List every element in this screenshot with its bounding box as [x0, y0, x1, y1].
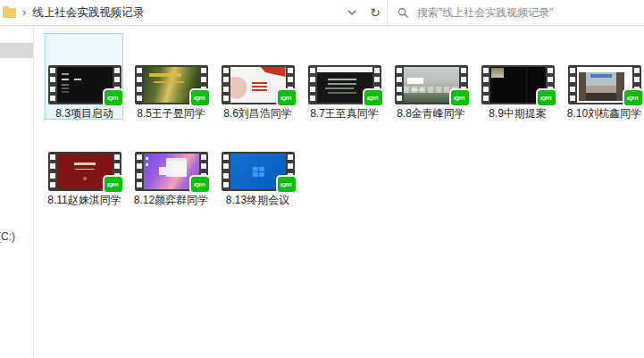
file-item-8-6[interactable]: iQIYI 8.6刘昌浩同学	[214, 33, 301, 120]
file-grid: iQIYI 8.3项目启动 iQIYI 8.5王子昱同学 iQIYI	[41, 33, 644, 206]
file-name: 8.9中期提案	[474, 107, 561, 120]
iqiyi-icon: iQIYI	[623, 88, 644, 107]
iqiyi-icon: iQIYI	[189, 88, 211, 107]
file-name: 8.12颜弈群同学	[128, 194, 214, 206]
video-thumbnail: iQIYI	[48, 152, 121, 191]
file-item-8-9[interactable]: iQIYI 8.9中期提案	[474, 33, 561, 120]
iqiyi-icon: iQIYI	[276, 88, 297, 107]
file-item-8-8[interactable]: iQIYI 8.8金青峰同学	[388, 33, 474, 120]
filmstrip-holes-icon	[50, 154, 55, 188]
iqiyi-icon: iQIYI	[276, 175, 297, 194]
file-name: 8.6刘昌浩同学	[214, 107, 301, 120]
search-box[interactable]	[388, 0, 644, 25]
address-dropdown-button[interactable]	[340, 0, 364, 25]
iqiyi-icon: iQIYI	[189, 175, 211, 194]
breadcrumb-path[interactable]: 线上社会实践视频记录	[32, 5, 340, 21]
breadcrumb-chevron-icon: ›	[22, 5, 26, 19]
video-thumbnail: iQIYI	[48, 65, 121, 104]
video-thumbnail: iQIYI	[222, 65, 295, 104]
refresh-button[interactable]: ↻	[364, 0, 387, 25]
iqiyi-icon: iQIYI	[536, 88, 557, 107]
video-thumbnail: iQIYI	[135, 152, 208, 191]
file-name: 8.5王子昱同学	[128, 107, 214, 120]
file-item-8-10[interactable]: iQIYI 8.10刘杭鑫同学	[561, 33, 644, 120]
file-name: 8.11赵姝淇同学	[41, 194, 128, 206]
file-item-8-11[interactable]: iQIYI 8.11赵姝淇同学	[41, 120, 128, 206]
nav-selected-item[interactable]	[0, 43, 33, 58]
iqiyi-icon: iQIYI	[449, 88, 471, 107]
drive-label[interactable]: (C:)	[0, 230, 15, 243]
video-thumbnail: iQIYI	[308, 65, 381, 104]
file-name: 8.13终期会议	[214, 194, 301, 206]
filmstrip-holes-icon	[397, 68, 402, 102]
navigation-pane: (C:)	[0, 26, 34, 358]
video-thumbnail: iQIYI	[135, 65, 208, 104]
iqiyi-icon: iQIYI	[103, 175, 124, 194]
file-name: 8.10刘杭鑫同学	[561, 107, 644, 120]
iqiyi-icon: iQIYI	[363, 88, 384, 107]
filmstrip-holes-icon	[483, 68, 489, 102]
chevron-down-icon	[347, 10, 356, 15]
folder-icon	[3, 8, 16, 18]
filmstrip-holes-icon	[223, 68, 229, 102]
search-input[interactable]	[417, 6, 644, 19]
iqiyi-icon: iQIYI	[103, 88, 124, 107]
file-item-8-12[interactable]: iQIYI 8.12颜弈群同学	[128, 120, 214, 206]
refresh-icon: ↻	[370, 6, 381, 19]
video-thumbnail: iQIYI	[568, 65, 641, 104]
address-bar[interactable]: › 线上社会实践视频记录 ↻	[0, 0, 388, 25]
filmstrip-holes-icon	[50, 68, 55, 102]
file-name: 8.8金青峰同学	[388, 107, 474, 120]
file-name: 8.3项目启动	[41, 107, 128, 120]
file-item-8-7[interactable]: iQIYI 8.7王至真同学	[301, 33, 388, 120]
filmstrip-holes-icon	[223, 154, 229, 188]
file-name: 8.7王至真同学	[301, 107, 388, 120]
video-thumbnail: iQIYI	[481, 65, 555, 104]
file-item-8-13[interactable]: iQIYI 8.13终期会议	[214, 120, 301, 206]
search-icon	[397, 7, 409, 19]
video-thumbnail: iQIYI	[395, 65, 468, 104]
filmstrip-holes-icon	[137, 68, 142, 102]
filmstrip-holes-icon	[137, 154, 142, 188]
filmstrip-holes-icon	[570, 68, 575, 102]
file-item-8-5[interactable]: iQIYI 8.5王子昱同学	[128, 33, 214, 120]
filmstrip-holes-icon	[310, 68, 315, 102]
file-item-8-3[interactable]: iQIYI 8.3项目启动	[41, 33, 128, 120]
explorer-toolbar: › 线上社会实践视频记录 ↻	[0, 0, 644, 26]
video-thumbnail: iQIYI	[222, 152, 295, 191]
